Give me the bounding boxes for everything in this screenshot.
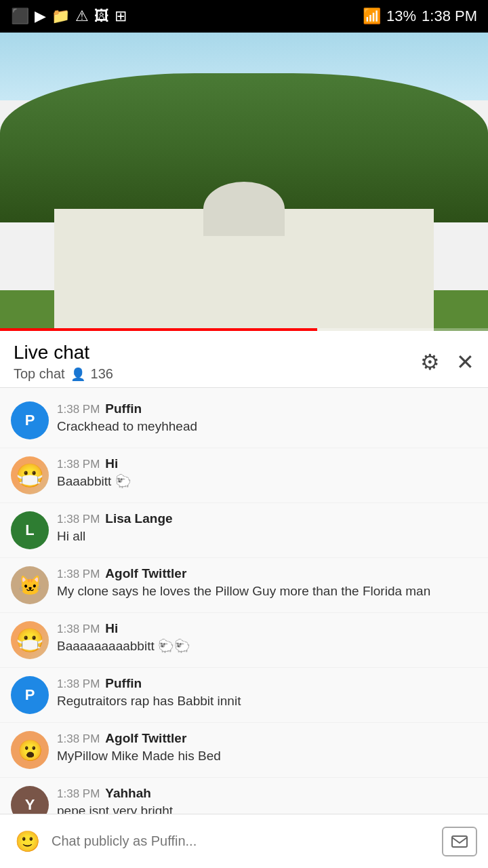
wifi-icon: 📶 bbox=[363, 7, 381, 25]
message-time: 1:38 PM bbox=[57, 623, 100, 636]
message-author: Puffin bbox=[105, 401, 142, 416]
chat-input-bar: 🙂 bbox=[0, 814, 488, 868]
avatar bbox=[11, 566, 49, 604]
table-row: P 1:38 PM Puffin Regutraitors rap has Ba… bbox=[0, 668, 488, 723]
status-indicators: 📶 13% 1:38 PM bbox=[363, 7, 477, 25]
table-row: 1:38 PM Agolf Twittler My clone says he … bbox=[0, 558, 488, 613]
avatar: L bbox=[11, 511, 49, 549]
send-icon bbox=[450, 832, 469, 851]
battery-text: 13% bbox=[386, 7, 416, 25]
message-author: Puffin bbox=[105, 676, 142, 691]
chat-header: Live chat Top chat 👤 136 ⚙ ✕ bbox=[0, 331, 488, 388]
viewer-count: 136 bbox=[91, 366, 113, 382]
chat-header-right: ⚙ ✕ bbox=[420, 349, 474, 375]
table-row: P 1:38 PM Puffin Crackhead to meyhhead bbox=[0, 393, 488, 448]
app-icon-play: ▶ bbox=[35, 7, 46, 25]
table-row: 1:38 PM Hi Baaabbitt 🐑 bbox=[0, 448, 488, 503]
message-time: 1:38 PM bbox=[57, 403, 100, 416]
video-building bbox=[54, 209, 434, 331]
message-time: 1:38 PM bbox=[57, 787, 100, 801]
avatar bbox=[11, 456, 49, 494]
message-time: 1:38 PM bbox=[57, 513, 100, 526]
message-author: Yahhah bbox=[105, 786, 151, 801]
message-author: Hi bbox=[105, 621, 118, 636]
avatar: P bbox=[11, 676, 49, 714]
video-player[interactable] bbox=[0, 33, 488, 331]
message-content: 1:38 PM Agolf Twittler MyPillow Mike Mad… bbox=[57, 731, 477, 766]
filter-icon[interactable]: ⚙ bbox=[420, 349, 440, 375]
app-icon-m: ⬛ bbox=[11, 7, 29, 25]
close-icon[interactable]: ✕ bbox=[456, 349, 474, 375]
message-time: 1:38 PM bbox=[57, 732, 100, 746]
message-text: Crackhead to meyhhead bbox=[57, 418, 477, 436]
message-author: Agolf Twittler bbox=[105, 566, 186, 581]
message-meta: 1:38 PM Hi bbox=[57, 456, 477, 471]
message-content: 1:38 PM Puffin Crackhead to meyhhead bbox=[57, 401, 477, 436]
people-icon: 👤 bbox=[70, 367, 85, 382]
app-icon-image: 🖼 bbox=[94, 7, 109, 25]
message-meta: 1:38 PM Agolf Twittler bbox=[57, 566, 477, 581]
video-progress-fill bbox=[0, 328, 317, 331]
message-text: Hi all bbox=[57, 528, 477, 546]
message-text: My clone says he loves the Pillow Guy mo… bbox=[57, 583, 477, 601]
avatar bbox=[11, 731, 49, 769]
message-time: 1:38 PM bbox=[57, 458, 100, 471]
message-meta: 1:38 PM Lisa Lange bbox=[57, 511, 477, 526]
chat-messages-list: P 1:38 PM Puffin Crackhead to meyhhead 1… bbox=[0, 388, 488, 838]
message-author: Hi bbox=[105, 456, 118, 471]
message-content: 1:38 PM Hi Baaabbitt 🐑 bbox=[57, 456, 477, 491]
message-meta: 1:38 PM Agolf Twittler bbox=[57, 731, 477, 746]
message-time: 1:38 PM bbox=[57, 677, 100, 691]
notification-icons: ⬛ ▶ 📁 ⚠ 🖼 ⊞ bbox=[11, 7, 127, 25]
message-text: Regutraitors rap has Babbit innit bbox=[57, 692, 477, 711]
message-author: Agolf Twittler bbox=[105, 731, 186, 746]
chat-subtitle: Top chat 👤 136 bbox=[14, 366, 113, 382]
message-text: MyPillow Mike Made his Bed bbox=[57, 747, 477, 766]
emoji-button[interactable]: 🙂 bbox=[11, 825, 43, 858]
app-icon-grid: ⊞ bbox=[115, 7, 127, 25]
send-button[interactable] bbox=[442, 827, 477, 856]
video-progress-bar[interactable] bbox=[0, 328, 488, 331]
message-content: 1:38 PM Puffin Regutraitors rap has Babb… bbox=[57, 676, 477, 711]
message-text: Baaabbitt 🐑 bbox=[57, 473, 477, 491]
live-chat-panel: Live chat Top chat 👤 136 ⚙ ✕ P 1:38 PM P… bbox=[0, 331, 488, 868]
chat-header-left: Live chat Top chat 👤 136 bbox=[14, 342, 113, 382]
message-time: 1:38 PM bbox=[57, 568, 100, 581]
app-icon-warning: ⚠ bbox=[75, 7, 89, 25]
table-row: 1:38 PM Agolf Twittler MyPillow Mike Mad… bbox=[0, 723, 488, 778]
message-text: Baaaaaaaaabbitt 🐑🐑 bbox=[57, 637, 477, 656]
message-meta: 1:38 PM Yahhah bbox=[57, 786, 477, 801]
status-bar: ⬛ ▶ 📁 ⚠ 🖼 ⊞ 📶 13% 1:38 PM bbox=[0, 0, 488, 33]
table-row: L 1:38 PM Lisa Lange Hi all bbox=[0, 503, 488, 558]
message-content: 1:38 PM Lisa Lange Hi all bbox=[57, 511, 477, 546]
message-author: Lisa Lange bbox=[105, 511, 172, 526]
table-row: 1:38 PM Hi Baaaaaaaaabbitt 🐑🐑 bbox=[0, 613, 488, 668]
clock: 1:38 PM bbox=[422, 7, 477, 25]
message-content: 1:38 PM Agolf Twittler My clone says he … bbox=[57, 566, 477, 601]
message-meta: 1:38 PM Puffin bbox=[57, 676, 477, 691]
chat-input[interactable] bbox=[52, 833, 434, 849]
chat-title: Live chat bbox=[14, 342, 113, 363]
chat-mode-label[interactable]: Top chat bbox=[14, 366, 65, 382]
message-content: 1:38 PM Hi Baaaaaaaaabbitt 🐑🐑 bbox=[57, 621, 477, 656]
svg-rect-0 bbox=[452, 836, 467, 847]
message-meta: 1:38 PM Hi bbox=[57, 621, 477, 636]
avatar: P bbox=[11, 401, 49, 439]
message-meta: 1:38 PM Puffin bbox=[57, 401, 477, 416]
app-icon-folder: 📁 bbox=[52, 7, 70, 25]
avatar bbox=[11, 621, 49, 659]
